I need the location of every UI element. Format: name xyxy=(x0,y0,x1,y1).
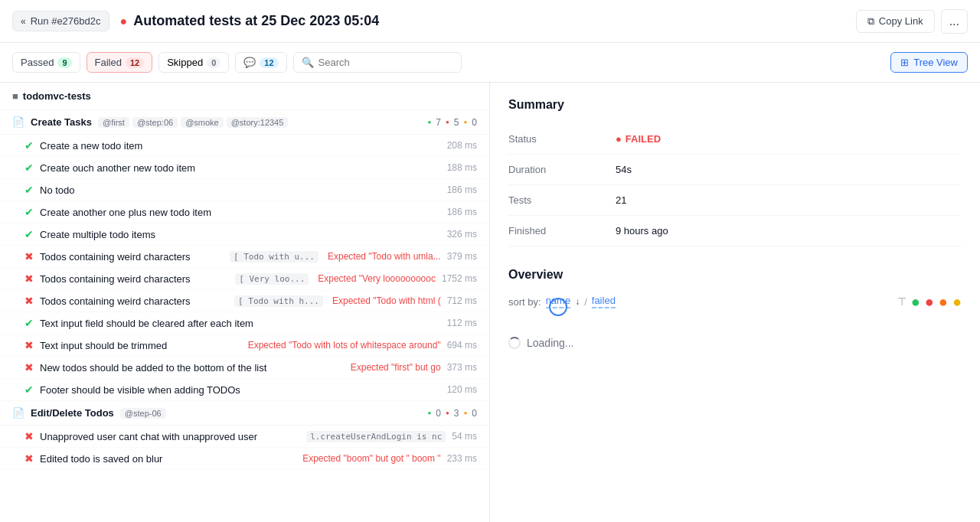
link-icon: ⧉ xyxy=(867,15,874,28)
test-row[interactable]: ✖ Todos containing weird characters [ To… xyxy=(0,290,489,312)
test-time: 112 ms xyxy=(447,318,477,328)
loading-indicator: Loading... xyxy=(508,321,962,364)
pass-icon: ✔ xyxy=(24,139,34,152)
test-row[interactable]: ✖ Todos containing weird characters [ To… xyxy=(0,246,489,268)
test-row[interactable]: ✔ Create another one plus new todo item … xyxy=(0,201,489,223)
test-time: 120 ms xyxy=(447,384,477,395)
failed-count-badge: 12 xyxy=(126,57,144,68)
main-layout: ■ todomvc-tests 📄 Create Tasks @first @s… xyxy=(0,83,980,522)
test-error: Expected "boom" but got " boom " xyxy=(302,453,440,464)
test-name: Todos containing weird characters xyxy=(40,273,229,285)
filter-icon[interactable]: ⊤ xyxy=(897,295,906,308)
sort-by-name-button[interactable]: name xyxy=(546,295,571,308)
test-time: 1752 ms xyxy=(442,273,477,284)
error-code: [ Very loo... xyxy=(235,273,309,285)
test-row[interactable]: ✔ Footer should be visible when adding T… xyxy=(0,379,489,401)
skipped-label: Skipped xyxy=(167,57,203,68)
summary-heading: Summary xyxy=(508,98,962,112)
test-row[interactable]: ✔ Create multiple todo items 326 ms xyxy=(0,223,489,246)
test-time: 233 ms xyxy=(447,453,477,464)
comment-count-badge: 12 xyxy=(260,57,278,68)
back-label: Run #e276bd2c xyxy=(31,15,101,27)
test-row[interactable]: ✖ Text input should be trimmed Expected … xyxy=(0,334,489,357)
tests-label: Tests xyxy=(508,185,616,216)
copy-link-button[interactable]: ⧉ Copy Link xyxy=(856,10,935,33)
skipped-filter-button[interactable]: Skipped 0 xyxy=(158,52,229,73)
test-error: Expected "Todo with umla... xyxy=(328,251,441,262)
more-options-button[interactable]: ... xyxy=(941,9,968,34)
fail-count: 3 xyxy=(454,408,459,419)
test-row[interactable]: ✔ Create ouch another new todo item 188 … xyxy=(0,157,489,179)
test-row[interactable]: ✖ Unapproved user cant chat with unappro… xyxy=(0,426,489,448)
test-time: 326 ms xyxy=(447,229,477,240)
test-time: 54 ms xyxy=(452,431,477,442)
test-error: Expected "Todo with lots of whitespace a… xyxy=(248,340,441,351)
test-row[interactable]: ✖ Edited todo is saved on blur Expected … xyxy=(0,448,489,470)
test-row[interactable]: ✔ No todo 186 ms xyxy=(0,179,489,201)
suite-counts: ●0 ●3 ●0 xyxy=(427,408,477,419)
suite-counts: ●7 ●5 ●0 xyxy=(427,117,477,128)
sort-by-failed-button[interactable]: failed xyxy=(592,295,616,308)
test-name: Create multiple todo items xyxy=(40,229,441,240)
back-button[interactable]: « Run #e276bd2c xyxy=(12,11,109,31)
test-time: 712 ms xyxy=(447,295,477,306)
search-box[interactable]: 🔍 xyxy=(293,52,462,73)
summary-finished-row: Finished 9 hours ago xyxy=(508,216,962,246)
test-row[interactable]: ✔ Text input field should be cleared aft… xyxy=(0,312,489,334)
pass-icon: ✔ xyxy=(24,228,34,240)
test-row[interactable]: ✖ Todos containing weird characters [ Ve… xyxy=(0,268,489,290)
tree-view-button[interactable]: ⊞ Tree View xyxy=(890,52,968,73)
suite-tags: @step-06 xyxy=(120,408,422,419)
green-dot-filter[interactable]: ● xyxy=(911,294,920,309)
test-time: 373 ms xyxy=(447,362,477,373)
filter-dots: ⊤ ● ● ● ● xyxy=(897,294,962,309)
test-name: Create another one plus new todo item xyxy=(40,207,441,218)
red-dot-filter[interactable]: ● xyxy=(925,294,934,309)
suite-tags: @first @step:06 @smoke @story:12345 xyxy=(98,117,421,128)
error-code: [ Todo with h... xyxy=(234,295,323,307)
passed-label: Passed xyxy=(21,57,54,68)
status-badge: ● FAILED xyxy=(616,133,661,145)
skip-count: 0 xyxy=(472,117,477,128)
test-name: Todos containing weird characters xyxy=(40,295,228,307)
tag-step06: @step:06 xyxy=(132,117,178,128)
status-value: FAILED xyxy=(626,133,661,145)
test-error: Expected "first" but go xyxy=(351,362,441,373)
summary-duration-row: Duration 54s xyxy=(508,155,962,185)
error-code: [ Todo with u... xyxy=(230,251,318,263)
error-code: l.createUserAndLogin is nc xyxy=(306,431,446,442)
pass-icon: ✔ xyxy=(24,206,34,218)
failed-filter-button[interactable]: Failed 12 xyxy=(87,52,153,73)
finished-label: Finished xyxy=(508,216,616,246)
tree-view-label: Tree View xyxy=(913,57,958,68)
suite-header-create-tasks[interactable]: 📄 Create Tasks @first @step:06 @smoke @s… xyxy=(0,110,489,135)
status-label: Status xyxy=(508,124,616,155)
sort-arrow-icon: ↓ xyxy=(575,296,580,307)
test-name: Create ouch another new todo item xyxy=(40,162,441,174)
test-time: 379 ms xyxy=(447,251,477,262)
test-name: No todo xyxy=(40,184,441,196)
yellow-dot-filter[interactable]: ● xyxy=(952,294,962,309)
passed-filter-button[interactable]: Passed 9 xyxy=(12,52,80,73)
sort-separator: / xyxy=(584,296,587,308)
test-name: Create a new todo item xyxy=(40,140,441,152)
test-name: Text input field should be cleared after… xyxy=(40,318,441,329)
suite-file-icon: 📄 xyxy=(12,407,24,419)
test-row[interactable]: ✖ New todos should be added to the botto… xyxy=(0,357,489,379)
comment-filter-button[interactable]: 💬 12 xyxy=(235,52,286,73)
comment-icon: 💬 xyxy=(243,57,256,68)
pass-icon: ✔ xyxy=(24,383,34,396)
pass-dot: ● xyxy=(427,119,431,126)
pass-icon: ✔ xyxy=(24,317,34,329)
loading-text: Loading... xyxy=(527,337,574,349)
duration-label: Duration xyxy=(508,155,616,185)
search-input[interactable] xyxy=(318,57,453,68)
test-row[interactable]: ✔ Create a new todo item 208 ms xyxy=(0,135,489,157)
status-dot: ● xyxy=(616,133,622,145)
suite-header-edit-delete[interactable]: 📄 Edit/Delete Todos @step-06 ●0 ●3 ●0 xyxy=(0,401,489,426)
test-time: 694 ms xyxy=(447,340,477,351)
suite-file-icon: 📄 xyxy=(12,116,24,128)
overview-heading: Overview xyxy=(508,268,962,282)
orange-dot-filter[interactable]: ● xyxy=(939,294,948,309)
chevron-left-icon: « xyxy=(21,16,26,27)
